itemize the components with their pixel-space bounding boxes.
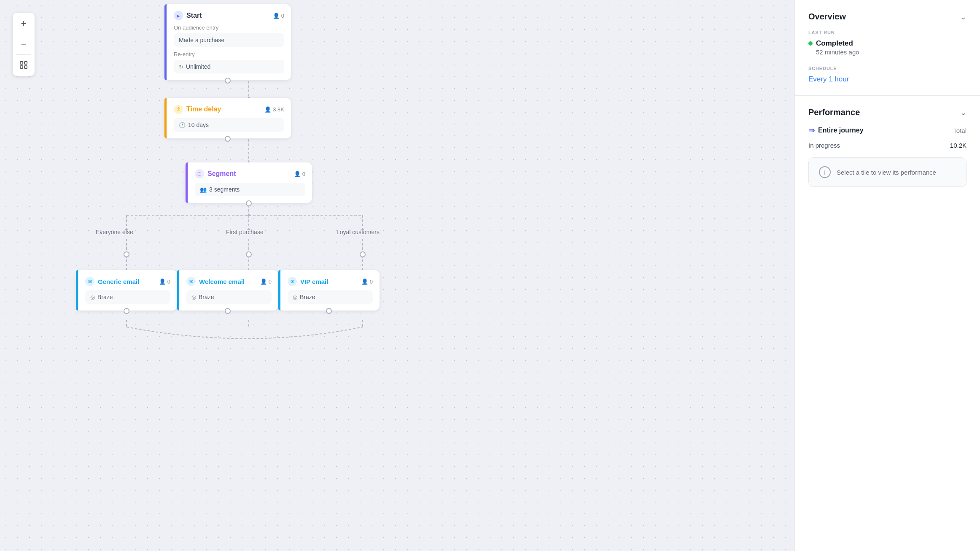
welcome-email-title: Welcome email bbox=[199, 278, 245, 285]
delay-value: 🕐 10 days bbox=[174, 118, 284, 132]
segment-node-title: Segment bbox=[207, 170, 236, 178]
people-icon-delay: 👤 bbox=[264, 106, 271, 113]
generic-email-title: Generic email bbox=[98, 278, 139, 285]
fit-icon bbox=[20, 61, 27, 69]
clock-icon: ⏱ bbox=[174, 105, 183, 114]
svg-marker-25 bbox=[247, 213, 251, 216]
performance-journey: ⇒ Entire journey bbox=[808, 126, 864, 135]
start-node-title-row: ▶ Start bbox=[174, 11, 202, 20]
vip-email-connector-bottom bbox=[326, 308, 332, 314]
delay-connector-bottom bbox=[225, 136, 231, 142]
branch-dot-center bbox=[246, 251, 252, 257]
segment-node-title-row: ⬡ Segment bbox=[195, 169, 236, 178]
delay-node-count: 👤 3.8K bbox=[264, 106, 284, 113]
flow-canvas[interactable]: + − bbox=[0, 0, 794, 551]
svg-rect-0 bbox=[20, 62, 23, 64]
generic-email-bar bbox=[76, 270, 78, 311]
welcome-email-connector-bottom bbox=[225, 308, 231, 314]
start-audience-label: On audience entry bbox=[174, 24, 284, 31]
delay-node[interactable]: ⏱ Time delay 👤 3.8K 🕐 10 days bbox=[164, 98, 291, 138]
performance-section: Performance ⌄ ⇒ Entire journey Total In … bbox=[795, 96, 980, 199]
segment-node-bar bbox=[186, 162, 188, 203]
branch-dot-left bbox=[124, 251, 129, 257]
status-dot bbox=[808, 41, 813, 46]
zoom-divider bbox=[16, 34, 31, 34]
status-completed: Completed bbox=[816, 39, 853, 48]
start-audience-value: Made a purchase bbox=[174, 33, 284, 47]
info-icon: i bbox=[819, 166, 831, 178]
start-node[interactable]: ▶ Start 👤 0 On audience entry Made a pur… bbox=[164, 4, 291, 80]
segment-connector-bottom bbox=[246, 200, 252, 206]
play-icon: ▶ bbox=[174, 11, 183, 20]
vip-email-title: VIP email bbox=[300, 278, 328, 285]
overview-header[interactable]: Overview ⌄ bbox=[808, 12, 967, 22]
performance-info-box: i Select a tile to view its performance bbox=[808, 157, 967, 187]
vip-email-node[interactable]: ✉ VIP email 👤 0 ◎ Braze bbox=[278, 270, 380, 311]
email-icon-vip: ✉ bbox=[288, 277, 297, 286]
generic-email-title-row: ✉ Generic email bbox=[85, 277, 139, 286]
people-icon-generic: 👤 bbox=[159, 278, 166, 285]
vip-email-provider: ◎ Braze bbox=[288, 290, 373, 304]
welcome-email-provider: ◎ Braze bbox=[186, 290, 272, 304]
performance-header[interactable]: Performance ⌄ bbox=[808, 108, 967, 117]
segment-node-header: ⬡ Segment 👤 0 bbox=[195, 169, 305, 178]
welcome-email-title-row: ✉ Welcome email bbox=[186, 277, 245, 286]
generic-email-connector-bottom bbox=[124, 308, 129, 314]
performance-total-label: Total bbox=[953, 127, 967, 134]
delay-node-header: ⏱ Time delay 👤 3.8K bbox=[174, 105, 284, 114]
branch-label-everyone: Everyone else bbox=[96, 229, 133, 235]
start-reentry-label: Re-entry bbox=[174, 51, 284, 57]
start-node-title: Start bbox=[186, 12, 202, 19]
svg-rect-2 bbox=[20, 66, 23, 68]
start-reentry-value: ↻ Unlimited bbox=[174, 60, 284, 73]
generic-email-provider: ◎ Braze bbox=[85, 290, 170, 304]
performance-in-progress-label: In progress bbox=[808, 142, 840, 149]
svg-rect-1 bbox=[24, 62, 27, 64]
zoom-controls: + − bbox=[13, 13, 35, 76]
people-icon-start: 👤 bbox=[273, 13, 280, 19]
vip-email-header: ✉ VIP email 👤 0 bbox=[288, 277, 373, 286]
segment-value: 👥 3 segments bbox=[195, 183, 305, 196]
people-icon-vip: 👤 bbox=[361, 278, 368, 285]
zoom-divider-2 bbox=[16, 54, 31, 55]
performance-chevron-icon: ⌄ bbox=[960, 108, 967, 117]
svg-rect-3 bbox=[24, 66, 27, 68]
email-icon-welcome: ✉ bbox=[186, 277, 196, 286]
start-node-header: ▶ Start 👤 0 bbox=[174, 11, 284, 20]
zoom-out-button[interactable]: − bbox=[14, 35, 33, 54]
performance-title: Performance bbox=[808, 108, 860, 117]
performance-in-progress-value: 10.2K bbox=[950, 142, 967, 149]
last-run-label: LAST RUN bbox=[808, 30, 967, 35]
generic-email-node[interactable]: ✉ Generic email 👤 0 ◎ Braze bbox=[76, 270, 177, 311]
status-time: 52 minutes ago bbox=[816, 49, 967, 56]
performance-info-text: Select a tile to view its performance bbox=[837, 169, 936, 176]
status-row: Completed bbox=[808, 39, 967, 48]
sidebar: Overview ⌄ LAST RUN Completed 52 minutes… bbox=[794, 0, 980, 551]
start-node-count: 👤 0 bbox=[273, 13, 284, 19]
people-icon-welcome: 👤 bbox=[260, 278, 267, 285]
welcome-email-node[interactable]: ✉ Welcome email 👤 0 ◎ Braze bbox=[177, 270, 278, 311]
overview-chevron-icon: ⌄ bbox=[960, 12, 967, 22]
people-icon-segment: 👤 bbox=[294, 171, 301, 177]
segment-node[interactable]: ⬡ Segment 👤 0 👥 3 segments bbox=[186, 162, 312, 203]
welcome-email-count: 👤 0 bbox=[260, 278, 272, 285]
overview-title: Overview bbox=[808, 12, 846, 22]
vip-email-bar bbox=[278, 270, 280, 311]
email-icon-generic: ✉ bbox=[85, 277, 94, 286]
vip-email-count: 👤 0 bbox=[361, 278, 373, 285]
branch-dot-right bbox=[360, 251, 366, 257]
delay-node-bar bbox=[164, 98, 167, 138]
vip-email-title-row: ✉ VIP email bbox=[288, 277, 328, 286]
zoom-in-button[interactable]: + bbox=[14, 14, 33, 33]
start-node-bar bbox=[164, 4, 167, 80]
branch-label-loyal-customers: Loyal customers bbox=[337, 229, 380, 235]
performance-progress-row: In progress 10.2K bbox=[808, 142, 967, 149]
delay-node-title-row: ⏱ Time delay bbox=[174, 105, 221, 114]
zoom-fit-button[interactable] bbox=[14, 56, 33, 74]
schedule-link[interactable]: Every 1 hour bbox=[808, 75, 849, 83]
schedule-label: SCHEDULE bbox=[808, 66, 967, 71]
segment-icon: ⬡ bbox=[195, 169, 204, 178]
branch-label-first-purchase: First purchase bbox=[226, 229, 264, 235]
overview-section: Overview ⌄ LAST RUN Completed 52 minutes… bbox=[795, 0, 980, 96]
generic-email-header: ✉ Generic email 👤 0 bbox=[85, 277, 170, 286]
